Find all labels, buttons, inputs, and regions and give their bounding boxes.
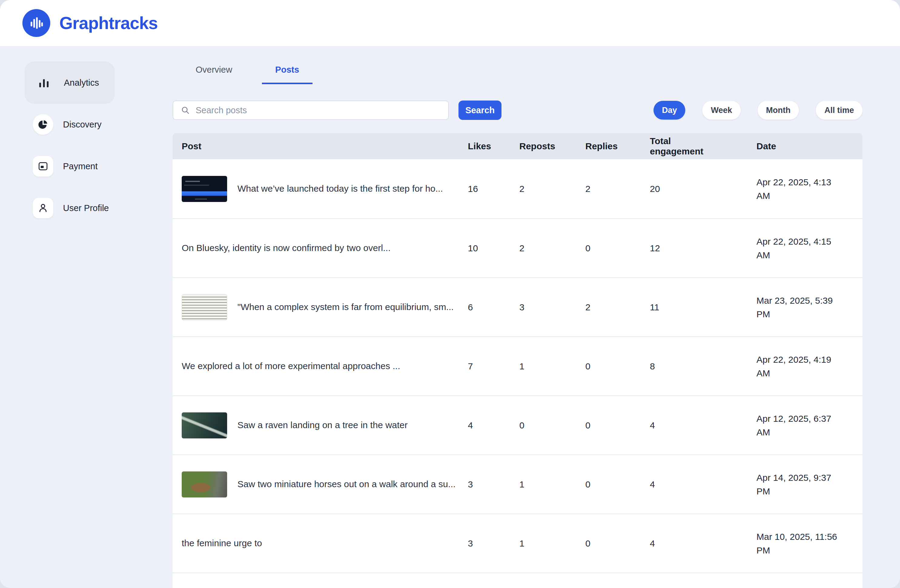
- post-thumbnail: [182, 472, 227, 498]
- tab-overview[interactable]: Overview: [182, 65, 245, 84]
- post-title: On Bluesky, identity is now confirmed by…: [182, 241, 391, 255]
- replies-value: 2: [585, 184, 650, 194]
- app-window: Graphtracks Analytics Discovery: [0, 0, 900, 588]
- post-thumbnail: [182, 176, 227, 202]
- date-value: Apr 22, 2025, 4:15 AM: [756, 235, 863, 262]
- top-bar: Graphtracks: [0, 0, 900, 46]
- table-row-partial: [172, 572, 863, 588]
- total-engagement-value: 11: [650, 302, 756, 312]
- total-engagement-value: 8: [650, 361, 756, 371]
- brand[interactable]: Graphtracks: [22, 9, 158, 37]
- credit-card-icon: [33, 156, 53, 177]
- reposts-value: 0: [519, 420, 585, 431]
- graphtracks-logo-icon: [22, 9, 50, 37]
- sidebar-item-label: Analytics: [64, 78, 99, 88]
- post-title: the feminine urge to: [182, 536, 262, 551]
- bar-chart-icon: [34, 72, 54, 93]
- tab-posts[interactable]: Posts: [262, 65, 312, 84]
- search-input[interactable]: [195, 105, 441, 116]
- post-title: "When a complex system is far from equil…: [237, 300, 454, 314]
- table-row[interactable]: Saw two miniature horses out on a walk a…: [172, 455, 863, 514]
- total-engagement-value: 4: [650, 420, 756, 431]
- replies-value: 0: [585, 479, 650, 490]
- table-row[interactable]: the feminine urge to 3 1 0 4 Mar 10, 202…: [172, 514, 863, 572]
- date-value: Mar 23, 2025, 5:39 PM: [756, 294, 863, 321]
- table-row[interactable]: Saw a raven landing on a tree in the wat…: [172, 396, 863, 455]
- reposts-value: 2: [519, 243, 585, 253]
- likes-value: 3: [468, 538, 519, 549]
- sidebar-item-discovery[interactable]: Discovery: [33, 114, 115, 135]
- date-value: Apr 22, 2025, 4:13 AM: [756, 175, 863, 203]
- date-value: Apr 12, 2025, 6:37 AM: [756, 412, 863, 439]
- likes-value: 3: [468, 479, 519, 490]
- main-tabs: Overview Posts: [182, 65, 312, 84]
- total-engagement-value: 20: [650, 184, 756, 194]
- column-header-likes: Likes: [468, 141, 519, 152]
- date-value: Apr 22, 2025, 4:19 AM: [756, 353, 863, 380]
- total-engagement-value: 4: [650, 538, 756, 549]
- column-header-date: Date: [756, 141, 863, 152]
- reposts-value: 1: [519, 538, 585, 549]
- search-button[interactable]: Search: [458, 101, 501, 120]
- table-row[interactable]: We explored a lot of more experimental a…: [172, 337, 863, 396]
- posts-table: Post Likes Reposts Replies Total engagem…: [172, 133, 863, 588]
- date-value: Mar 10, 2025, 11:56 PM: [756, 530, 863, 557]
- column-header-post: Post: [172, 141, 468, 152]
- reposts-value: 2: [519, 184, 585, 194]
- likes-value: 10: [468, 243, 519, 253]
- table-row[interactable]: What we’ve launched today is the first s…: [172, 159, 863, 218]
- post-thumbnail: [182, 413, 227, 438]
- total-engagement-value: 12: [650, 243, 756, 253]
- column-header-reposts: Reposts: [519, 141, 585, 152]
- sidebar-item-label: Payment: [63, 161, 98, 171]
- time-filter-group: Day Week Month All time: [653, 101, 863, 120]
- likes-value: 16: [468, 184, 519, 194]
- replies-value: 2: [585, 302, 650, 312]
- sidebar-item-label: User Profile: [63, 203, 109, 213]
- reposts-value: 3: [519, 302, 585, 312]
- filter-alltime-button[interactable]: All time: [816, 101, 863, 119]
- post-title: Saw a raven landing on a tree in the wat…: [237, 418, 408, 432]
- filter-week-button[interactable]: Week: [702, 101, 740, 119]
- sidebar-item-analytics[interactable]: Analytics: [25, 62, 115, 104]
- sidebar-item-label: Discovery: [63, 119, 101, 130]
- post-title: We explored a lot of more experimental a…: [182, 359, 400, 373]
- replies-value: 0: [585, 538, 650, 549]
- user-icon: [33, 198, 53, 218]
- table-header-row: Post Likes Reposts Replies Total engagem…: [172, 133, 863, 159]
- reposts-value: 1: [519, 361, 585, 371]
- replies-value: 0: [585, 361, 650, 371]
- post-title: What we’ve launched today is the first s…: [237, 182, 443, 196]
- search-icon: [180, 105, 190, 115]
- filter-day-button[interactable]: Day: [653, 101, 686, 119]
- likes-value: 7: [468, 361, 519, 371]
- table-row[interactable]: "When a complex system is far from equil…: [172, 277, 863, 337]
- brand-title: Graphtracks: [59, 13, 158, 33]
- column-header-replies: Replies: [585, 141, 650, 152]
- search-box: [172, 101, 449, 120]
- likes-value: 4: [468, 420, 519, 431]
- sidebar-item-payment[interactable]: Payment: [33, 156, 115, 177]
- post-title: Saw two miniature horses out on a walk a…: [237, 477, 455, 492]
- replies-value: 0: [585, 420, 650, 431]
- total-engagement-value: 4: [650, 479, 756, 490]
- reposts-value: 1: [519, 479, 585, 490]
- sidebar: Analytics Discovery Payment: [25, 62, 115, 218]
- post-thumbnail: [182, 294, 227, 320]
- table-row[interactable]: On Bluesky, identity is now confirmed by…: [172, 218, 863, 277]
- likes-value: 6: [468, 302, 519, 312]
- pie-chart-icon: [33, 114, 53, 135]
- date-value: Apr 14, 2025, 9:37 PM: [756, 471, 863, 498]
- replies-value: 0: [585, 243, 650, 253]
- column-header-total-engagement: Total engagement: [650, 136, 756, 157]
- filter-month-button[interactable]: Month: [758, 101, 799, 119]
- sidebar-item-user-profile[interactable]: User Profile: [33, 198, 115, 218]
